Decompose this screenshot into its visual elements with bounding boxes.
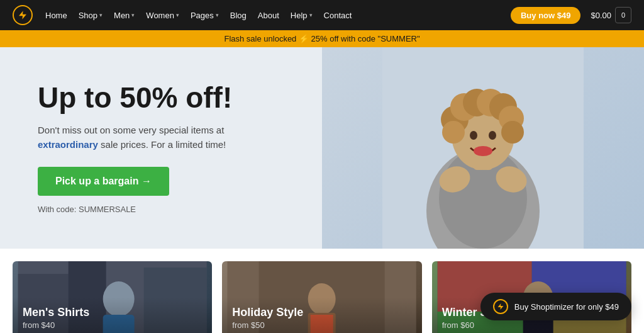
bargain-button[interactable]: Pick up a bargain → bbox=[38, 167, 169, 196]
nav-shop[interactable]: Shop ▾ bbox=[74, 7, 108, 24]
nav-men[interactable]: Men ▾ bbox=[109, 7, 140, 24]
nav-contact[interactable]: Contact bbox=[319, 7, 357, 24]
chevron-down-icon: ▾ bbox=[176, 12, 179, 18]
cart-area[interactable]: $0.00 0 bbox=[591, 7, 631, 23]
cart-icon[interactable]: 0 bbox=[615, 7, 631, 23]
nav-pages[interactable]: Pages ▾ bbox=[186, 7, 224, 24]
product-title-1: Men's Shirts bbox=[23, 306, 202, 319]
navbar: Home Shop ▾ Men ▾ Women ▾ Pages ▾ Blog A… bbox=[0, 0, 644, 30]
chevron-down-icon: ▾ bbox=[131, 12, 135, 18]
product-card-holiday: Holiday Style from $50 Shop Now bbox=[222, 261, 421, 333]
holiday-style-overlay: Holiday Style from $50 Shop Now bbox=[222, 297, 421, 333]
nav-about[interactable]: About bbox=[253, 7, 284, 24]
sticky-buy-bar[interactable]: Buy Shoptimizer for only $49 bbox=[480, 293, 631, 320]
chevron-down-icon: ▾ bbox=[309, 12, 313, 18]
flash-banner: Flash sale unlocked ⚡ 25% off with code … bbox=[0, 30, 644, 47]
hero-section: Up to 50% off! Don't miss out on some ve… bbox=[0, 47, 644, 249]
chevron-down-icon: ▾ bbox=[216, 12, 219, 18]
buy-now-button[interactable]: Buy now $49 bbox=[511, 7, 580, 24]
product-price-2: from $50 bbox=[232, 320, 411, 330]
nav-home[interactable]: Home bbox=[40, 7, 72, 24]
product-price-3: from $60 bbox=[442, 320, 621, 330]
cart-price: $0.00 bbox=[591, 11, 611, 20]
hero-subtitle: Don't miss out on some very special item… bbox=[38, 123, 277, 152]
product-price-1: from $40 bbox=[23, 320, 202, 330]
nav-women[interactable]: Women ▾ bbox=[141, 7, 184, 24]
nav-logo[interactable] bbox=[13, 5, 33, 25]
hero-title: Up to 50% off! bbox=[38, 82, 606, 114]
hero-text: Up to 50% off! Don't miss out on some ve… bbox=[38, 82, 606, 215]
flash-banner-text: Flash sale unlocked ⚡ 25% off with code … bbox=[224, 34, 419, 43]
nav-links: Home Shop ▾ Men ▾ Women ▾ Pages ▾ Blog A… bbox=[40, 7, 508, 24]
product-title-2: Holiday Style bbox=[232, 306, 411, 319]
mens-shirts-overlay: Men's Shirts from $40 Shop Now bbox=[13, 297, 212, 333]
nav-help[interactable]: Help ▾ bbox=[286, 7, 318, 24]
promo-code-label: With code: SUMMERSALE bbox=[38, 205, 606, 214]
sticky-bar-label: Buy Shoptimizer for only $49 bbox=[514, 302, 619, 312]
product-card-mens-shirts: Men's Shirts from $40 Shop Now bbox=[13, 261, 212, 333]
sticky-lightning-icon bbox=[493, 299, 508, 314]
nav-blog[interactable]: Blog bbox=[225, 7, 252, 24]
chevron-down-icon: ▾ bbox=[99, 12, 103, 18]
